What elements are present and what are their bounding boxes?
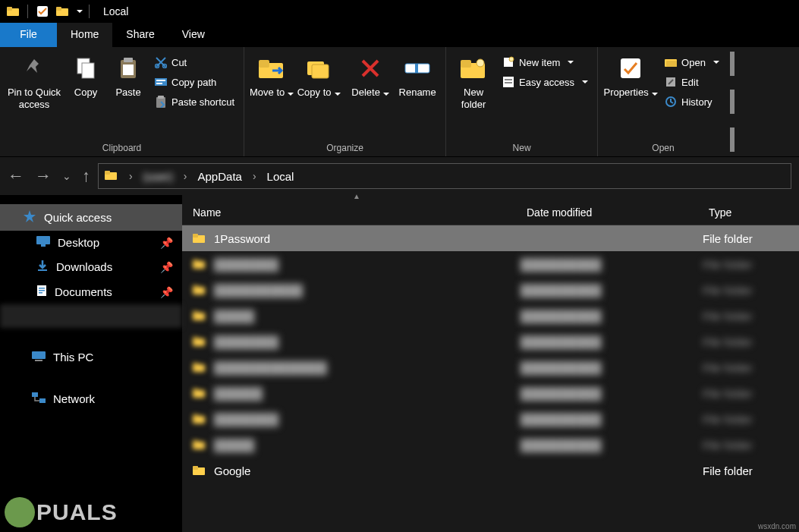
sidebar-quick-access[interactable]: Quick access bbox=[0, 204, 182, 231]
sidebar-item-hidden[interactable] bbox=[0, 304, 182, 328]
column-date[interactable]: Date modified bbox=[516, 202, 698, 223]
tab-file[interactable]: File bbox=[0, 23, 57, 47]
file-row-hidden[interactable]: █████████████████████File folder bbox=[182, 277, 799, 303]
pin-quick-access-button[interactable]: Pin to Quick access bbox=[5, 52, 64, 110]
paste-icon bbox=[115, 55, 142, 82]
tab-view[interactable]: View bbox=[168, 23, 219, 47]
scissors-icon bbox=[155, 56, 167, 68]
paste-button[interactable]: Paste bbox=[108, 52, 149, 99]
svg-rect-25 bbox=[505, 79, 512, 80]
file-row-hidden[interactable]: ████████████████File folder bbox=[182, 380, 799, 406]
recent-dropdown[interactable]: ⌄ bbox=[62, 170, 71, 182]
breadcrumb-user[interactable]: (user) bbox=[143, 170, 173, 183]
svg-rect-37 bbox=[39, 290, 45, 291]
svg-rect-36 bbox=[39, 288, 45, 289]
copy-button[interactable]: Copy bbox=[65, 52, 106, 99]
properties-button[interactable]: Properties bbox=[602, 52, 659, 99]
paste-shortcut-button[interactable]: Paste shortcut bbox=[150, 94, 239, 109]
svg-rect-38 bbox=[39, 292, 42, 294]
edit-button[interactable]: Edit bbox=[660, 74, 724, 90]
column-headers: Name Date modified Type bbox=[182, 200, 799, 225]
column-type[interactable]: Type bbox=[698, 202, 799, 223]
svg-point-23 bbox=[509, 57, 514, 61]
file-row-hidden[interactable]: ██████████████████File folder bbox=[182, 251, 799, 277]
forward-button[interactable]: → bbox=[35, 166, 52, 186]
new-item-button[interactable]: New item bbox=[498, 55, 593, 70]
file-row-google[interactable]: Google File folder bbox=[182, 458, 799, 483]
mascot-icon bbox=[5, 497, 35, 527]
navigation-bar: ← → ⌄ ↑ › (user) › AppData › Local bbox=[0, 157, 799, 195]
pin-icon bbox=[20, 55, 48, 82]
qa-props-icon[interactable] bbox=[36, 5, 49, 18]
properties-icon bbox=[617, 55, 644, 82]
svg-rect-8 bbox=[82, 63, 94, 78]
pin-icon: 📌 bbox=[160, 237, 173, 249]
file-row-hidden[interactable]: ███████████████File folder bbox=[182, 432, 799, 458]
chevron-right-icon[interactable]: › bbox=[126, 170, 136, 182]
breadcrumb-appdata[interactable]: AppData bbox=[198, 170, 242, 183]
edit-icon bbox=[665, 76, 677, 88]
window-title: Local bbox=[103, 5, 128, 17]
svg-rect-39 bbox=[32, 351, 46, 359]
svg-rect-27 bbox=[621, 58, 640, 78]
paste-shortcut-icon bbox=[155, 96, 167, 108]
ribbon-overflow[interactable] bbox=[728, 47, 733, 156]
svg-rect-41 bbox=[32, 392, 38, 397]
ribbon-tabs: File Home Share View bbox=[0, 23, 799, 47]
rename-icon bbox=[404, 55, 431, 82]
desktop-icon bbox=[36, 236, 50, 249]
file-row-hidden[interactable]: ████████████████████████File folder bbox=[182, 354, 799, 380]
up-button[interactable]: ↑ bbox=[82, 166, 90, 186]
sidebar-network[interactable]: Network bbox=[0, 386, 182, 411]
network-icon bbox=[32, 392, 46, 406]
history-icon bbox=[665, 96, 677, 108]
chevron-right-icon[interactable]: › bbox=[181, 170, 190, 182]
chevron-right-icon[interactable]: › bbox=[250, 170, 260, 182]
sidebar-downloads[interactable]: Downloads📌 bbox=[0, 254, 182, 279]
copy-to-icon bbox=[305, 55, 332, 82]
file-row-hidden[interactable]: ██████████████████File folder bbox=[182, 329, 799, 354]
file-row-1password[interactable]: 1Password File folder bbox=[182, 225, 799, 251]
group-open: Properties Open Edit History Open bbox=[598, 47, 728, 156]
svg-rect-34 bbox=[38, 269, 47, 271]
group-new: New folder New item Easy access New bbox=[446, 47, 598, 156]
file-list: ▲ Name Date modified Type 1Password File… bbox=[182, 195, 799, 532]
back-button[interactable]: ← bbox=[8, 166, 24, 186]
move-to-button[interactable]: Move to bbox=[249, 52, 294, 99]
new-item-icon bbox=[502, 56, 514, 68]
svg-rect-40 bbox=[35, 360, 42, 361]
column-name[interactable]: Name bbox=[182, 202, 516, 223]
sidebar-this-pc[interactable]: This PC bbox=[0, 345, 182, 370]
svg-rect-14 bbox=[155, 78, 167, 86]
copy-to-button[interactable]: Copy to bbox=[296, 52, 341, 99]
address-bar[interactable]: › (user) › AppData › Local bbox=[98, 163, 791, 189]
delete-button[interactable]: Delete bbox=[348, 52, 392, 99]
file-row-hidden[interactable]: ███████████████File folder bbox=[182, 303, 799, 329]
svg-rect-10 bbox=[124, 58, 133, 62]
file-row-hidden[interactable]: ██████████████████File folder bbox=[182, 406, 799, 432]
open-button[interactable]: Open bbox=[660, 55, 724, 70]
rename-button[interactable]: Rename bbox=[394, 52, 441, 99]
easy-access-button[interactable]: Easy access bbox=[498, 74, 593, 90]
address-folder-icon bbox=[105, 169, 118, 184]
breadcrumb-local[interactable]: Local bbox=[267, 170, 294, 183]
sidebar-desktop[interactable]: Desktop📌 bbox=[0, 231, 182, 254]
qa-dropdown-icon[interactable] bbox=[75, 5, 81, 18]
nav-sidebar: Quick access Desktop📌 Downloads📌 Documen… bbox=[0, 195, 182, 532]
sidebar-documents[interactable]: Documents📌 bbox=[0, 279, 182, 304]
cut-button[interactable]: Cut bbox=[150, 55, 239, 70]
download-icon bbox=[36, 260, 49, 274]
title-bar: Local bbox=[0, 0, 799, 23]
watermark: PUALS bbox=[5, 497, 118, 527]
svg-rect-15 bbox=[156, 80, 165, 81]
svg-rect-33 bbox=[41, 244, 46, 247]
tab-home[interactable]: Home bbox=[57, 23, 112, 47]
history-button[interactable]: History bbox=[660, 94, 724, 109]
tab-share[interactable]: Share bbox=[112, 23, 168, 47]
copy-path-button[interactable]: Copy path bbox=[150, 74, 239, 90]
new-folder-button[interactable]: New folder bbox=[451, 52, 496, 110]
svg-rect-26 bbox=[505, 82, 512, 83]
qa-folder-icon[interactable] bbox=[55, 5, 69, 18]
svg-point-21 bbox=[477, 59, 484, 67]
svg-rect-20 bbox=[415, 64, 418, 73]
